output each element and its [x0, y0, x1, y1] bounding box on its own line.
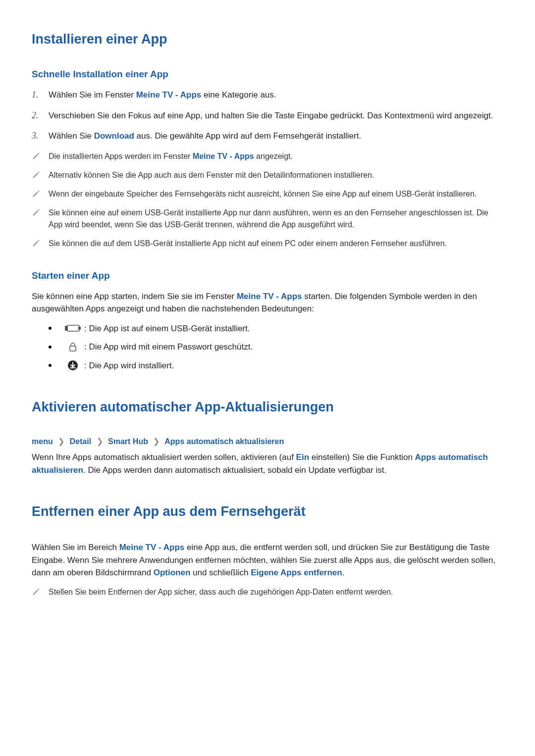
step-number: 3.: [32, 130, 49, 142]
pencil-icon: [32, 238, 49, 249]
inline-ref-download: Download: [94, 131, 134, 141]
heading-remove-app: Entfernen einer App aus dem Fernsehgerät: [32, 504, 503, 519]
inline-ref-meine-tv-apps: Meine TV - Apps: [136, 90, 202, 100]
bullet-icon: [49, 346, 52, 349]
note-item: Wenn der eingebaute Speicher des Fernseh…: [32, 188, 503, 200]
note-list: Die installierten Apps werden im Fenster…: [32, 151, 503, 250]
breadcrumb-item: menu: [32, 437, 53, 446]
breadcrumb-item: Detail: [70, 437, 92, 446]
legend-text: : Die App wird mit einem Passwort geschü…: [84, 341, 253, 353]
note-item: Stellen Sie beim Entfernen der App siche…: [32, 586, 503, 598]
legend-text: : Die App ist auf einem USB-Gerät instal…: [84, 322, 250, 335]
heading-auto-update: Aktivieren automatischer App-Aktualisier…: [32, 400, 503, 415]
heading-install-app: Installieren einer App: [32, 32, 503, 47]
step-number: 1.: [32, 89, 49, 101]
list-item: 1. Wählen Sie im Fenster Meine TV - Apps…: [32, 89, 503, 101]
breadcrumb-item: Apps automatisch aktualisieren: [164, 437, 284, 446]
ordered-list-steps: 1. Wählen Sie im Fenster Meine TV - Apps…: [32, 89, 503, 143]
note-list: Stellen Sie beim Entfernen der App siche…: [32, 586, 503, 598]
heading-start-app: Starten einer App: [32, 270, 503, 281]
inline-ref-meine-tv-apps: Meine TV - Apps: [237, 292, 302, 301]
bullet-icon: [49, 327, 52, 330]
bullet-icon: [49, 364, 52, 367]
paragraph: Wenn Ihre Apps automatisch aktualisiert …: [32, 451, 503, 476]
note-text: Wenn der eingebaute Speicher des Fernseh…: [49, 188, 477, 200]
note-text: Sie können die auf dem USB-Gerät install…: [49, 238, 447, 250]
paragraph: Sie können eine App starten, indem Sie s…: [32, 290, 503, 315]
step-text: Verschieben Sie den Fokus auf eine App, …: [49, 109, 493, 122]
note-text: Alternativ können Sie die App auch aus d…: [49, 169, 374, 181]
note-text: Sie können eine auf einem USB-Gerät inst…: [49, 207, 503, 231]
subsection-quick-install: Schnelle Installation einer App 1. Wähle…: [32, 69, 503, 250]
note-text: Die installierten Apps werden im Fenster…: [49, 151, 293, 162]
note-item: Sie können die auf dem USB-Gerät install…: [32, 238, 503, 250]
paragraph: Wählen Sie im Bereich Meine TV - Apps ei…: [32, 541, 503, 579]
legend-item: : Die App wird installiert.: [32, 359, 503, 372]
breadcrumb: menu ❯ Detail ❯ Smart Hub ❯ Apps automat…: [32, 437, 503, 446]
note-item: Sie können eine auf einem USB-Gerät inst…: [32, 207, 503, 231]
document-page: Installieren einer App Schnelle Installa…: [0, 0, 535, 756]
note-item: Die installierten Apps werden im Fenster…: [32, 151, 503, 162]
lock-icon: [64, 342, 81, 352]
download-icon: [64, 360, 81, 371]
inline-ref-meine-tv-apps: Meine TV - Apps: [119, 543, 185, 552]
step-text: Wählen Sie im Fenster Meine TV - Apps ei…: [49, 89, 276, 101]
legend-item: : Die App wird mit einem Passwort geschü…: [32, 341, 503, 353]
chevron-right-icon: ❯: [153, 437, 160, 446]
icon-legend-list: : Die App ist auf einem USB-Gerät instal…: [32, 322, 503, 372]
chevron-right-icon: ❯: [58, 437, 64, 446]
pencil-icon: [32, 586, 49, 597]
note-text: Stellen Sie beim Entfernen der App siche…: [49, 586, 393, 598]
inline-ref-ein: Ein: [296, 453, 309, 462]
pencil-icon: [32, 207, 49, 218]
pencil-icon: [32, 151, 49, 161]
pencil-icon: [32, 188, 49, 199]
legend-text: : Die App wird installiert.: [84, 359, 174, 372]
heading-quick-install: Schnelle Installation einer App: [32, 69, 503, 80]
svg-rect-3: [70, 346, 76, 351]
chevron-right-icon: ❯: [97, 437, 103, 446]
step-number: 2.: [32, 109, 49, 121]
pencil-icon: [32, 169, 49, 180]
svg-rect-2: [78, 327, 81, 330]
legend-item: : Die App ist auf einem USB-Gerät instal…: [32, 322, 503, 335]
breadcrumb-item: Smart Hub: [108, 437, 148, 446]
note-item: Alternativ können Sie die App auch aus d…: [32, 169, 503, 181]
subsection-start-app: Starten einer App Sie können eine App st…: [32, 270, 503, 372]
step-text: Wählen Sie Download aus. Die gewählte Ap…: [49, 130, 361, 143]
inline-ref-meine-tv-apps: Meine TV - Apps: [193, 152, 254, 160]
inline-ref-eigene-apps-entfernen: Eigene Apps entfernen: [251, 568, 342, 577]
usb-icon: [64, 324, 81, 332]
svg-rect-1: [67, 325, 79, 331]
list-item: 2. Verschieben Sie den Fokus auf eine Ap…: [32, 109, 503, 122]
inline-ref-optionen: Optionen: [154, 568, 191, 577]
list-item: 3. Wählen Sie Download aus. Die gewählte…: [32, 130, 503, 143]
